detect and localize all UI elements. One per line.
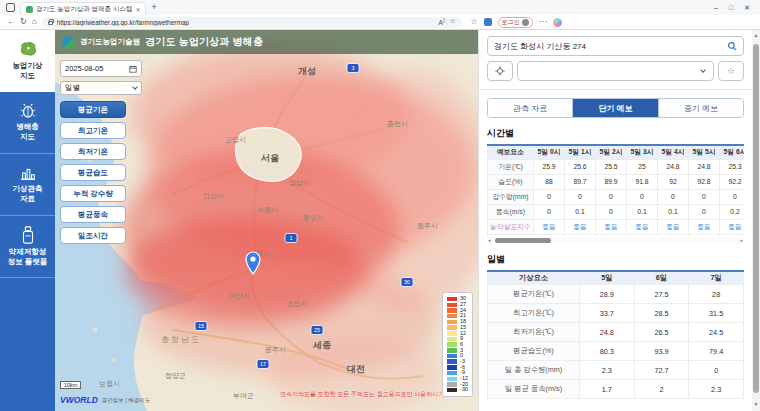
locate-button[interactable] — [487, 61, 513, 81]
scroll-down-icon[interactable]: ▼ — [752, 401, 760, 407]
tab-actions-icon[interactable] — [6, 3, 15, 12]
tab-close-icon[interactable]: ✕ — [135, 6, 140, 13]
highway-shield-icon: 3 — [347, 64, 359, 73]
table-row: 평균기온(℃)28.927.528 — [488, 285, 744, 304]
map-area[interactable]: 개성고양시서울성남시안산시수원시용인시춘천시원주시평택시아산시천안시충청남도공주… — [55, 30, 478, 411]
table-header-row: 기상요소5일6일7일 — [488, 271, 744, 285]
date-picker[interactable]: 2025-08-05 — [60, 60, 142, 77]
forecast-panel: ☆ 관측 자료단기 예보중기 예보 시간별 예보요소5일 0시5일 1시5일 2… — [478, 30, 752, 411]
search-input[interactable] — [494, 42, 727, 51]
back-icon[interactable]: ← — [7, 18, 15, 26]
more-menu-icon[interactable]: ⋯ — [539, 18, 547, 26]
home-icon[interactable]: ⌂ — [32, 18, 37, 26]
sidebar-item-label: 병해충 지도 — [16, 122, 39, 142]
spray-index-link[interactable]: 좋음 — [720, 219, 745, 234]
layer-button[interactable]: 최고기온 — [60, 122, 126, 139]
browser-address-bar: ← ↻ ⌂ https://agriweather.gg.go.kr/farmn… — [0, 15, 760, 30]
scroll-left-icon[interactable]: ◂ — [488, 237, 491, 244]
sidebar-item-label: 약제저항성 정보 플랫폼 — [8, 247, 48, 267]
bookmark-star-icon[interactable]: ☆ — [450, 17, 456, 26]
split-screen-icon[interactable] — [484, 18, 492, 26]
map-city-label: 대전 — [347, 364, 365, 374]
star-icon: ☆ — [727, 67, 735, 76]
map-city-label: 서울 — [260, 153, 279, 163]
map-scale: 10km — [60, 381, 81, 389]
refresh-icon[interactable]: ↻ — [20, 18, 27, 26]
spray-index-link[interactable]: 좋음 — [689, 219, 720, 234]
bottle-icon — [20, 226, 36, 244]
svg-text:25: 25 — [314, 327, 320, 333]
daily-section-title: 일별 — [487, 253, 744, 266]
map-city-label: 수원시 — [257, 206, 278, 213]
sidebar-item-label: 농업기상 지도 — [13, 61, 43, 81]
favorites-icon[interactable]: ☆ — [471, 18, 478, 26]
map-city-label: 청양군 — [165, 372, 186, 380]
window-minimize-button[interactable]: – — [714, 4, 718, 12]
layer-button[interactable]: 일조시간 — [60, 227, 126, 244]
sidebar-item[interactable]: 약제저항성 정보 플랫폼 — [0, 216, 55, 278]
browser-chrome: 경기도 농업기상과 병해충 시스템 ✕ + – □ ✕ ← ↻ ⌂ https:… — [0, 0, 760, 30]
org-logo-icon — [62, 36, 75, 49]
svg-text:3: 3 — [351, 65, 354, 71]
spray-index-link[interactable]: 좋음 — [658, 219, 689, 234]
sidebar-item[interactable]: 병해충 지도 — [0, 92, 55, 154]
layer-button[interactable]: 평균풍속 — [60, 206, 126, 223]
spray-index-link[interactable]: 좋음 — [596, 219, 627, 234]
window-maximize-button[interactable]: □ — [729, 4, 733, 12]
vertical-scrollbar[interactable]: ▲ ▼ — [752, 30, 760, 411]
table-row: 평균습도(%)80.393.979.4 — [488, 342, 744, 361]
url-text: https://agriweather.gg.go.kr/farmngwethe… — [57, 19, 190, 26]
spray-index-link[interactable]: 좋음 — [565, 219, 596, 234]
spray-index-link[interactable]: 좋음 — [534, 219, 565, 234]
map-city-label: 고양시 — [225, 136, 246, 143]
layer-button[interactable]: 평균습도 — [60, 164, 126, 181]
read-aloud-icon[interactable]: A) — [439, 17, 445, 26]
url-field[interactable]: https://agriweather.gg.go.kr/farmngwethe… — [42, 17, 462, 28]
map-city-label: 아산시 — [229, 292, 250, 299]
period-select[interactable]: 일별 — [60, 81, 142, 95]
table-row: 일 총 강수량(mm)2.372.70 — [488, 361, 744, 380]
new-tab-button[interactable]: + — [151, 3, 156, 12]
daily-forecast-table: 기상요소5일6일7일평균기온(℃)28.927.528최고기온(℃)33.728… — [487, 270, 744, 400]
map-header: 경기도농업기술원 경기도 농업기상과 병해충 — [55, 30, 478, 54]
scroll-up-icon[interactable]: ▲ — [752, 32, 760, 38]
map-city-label: 부여군 — [233, 392, 254, 399]
highway-shield-icon: 17 — [257, 360, 269, 369]
table-row: 농약살포지수좋음좋음좋음좋음좋음좋음좋음좋음 — [488, 219, 745, 234]
sidebar-item[interactable]: 기상관측 자료 — [0, 154, 55, 216]
pest-map-icon — [19, 103, 37, 119]
forecast-tab[interactable]: 관측 자료 — [488, 99, 572, 117]
favorite-button[interactable]: ☆ — [718, 61, 744, 81]
forecast-tab[interactable]: 중기 예보 — [658, 99, 743, 117]
browser-tab[interactable]: 경기도 농업기상과 병해충 시스템 ✕ — [20, 2, 146, 15]
login-button[interactable]: 로그인 — [498, 17, 533, 28]
layer-button[interactable]: 최저기온 — [60, 143, 126, 160]
table-row: 일 평균 풍속(m/s)1.722.3 — [488, 380, 744, 399]
table-row: 강수량(mm)00000000 — [488, 189, 745, 204]
copilot-icon[interactable] — [553, 18, 562, 27]
layer-button[interactable]: 평균기온 — [60, 101, 126, 118]
sidebar: 농업기상 지도병해충 지도기상관측 자료약제저항성 정보 플랫폼 — [0, 30, 55, 411]
sidebar-item-label: 기상관측 자료 — [13, 184, 43, 204]
address-search[interactable] — [487, 36, 744, 56]
window-close-button[interactable]: ✕ — [744, 4, 750, 12]
lock-icon — [48, 21, 53, 25]
favorites-select[interactable] — [517, 61, 714, 81]
chevron-down-icon — [132, 84, 138, 90]
scrollbar-thumb[interactable] — [753, 44, 759, 393]
scrollbar-thumb[interactable] — [495, 238, 551, 243]
chart-icon — [19, 165, 37, 181]
page-title: 경기도 농업기상과 병해충 — [145, 35, 263, 49]
forecast-tab[interactable]: 단기 예보 — [572, 99, 657, 117]
table-row: 최고기온(℃)33.728.531.5 — [488, 304, 744, 323]
spray-index-link[interactable]: 좋음 — [627, 219, 658, 234]
horizontal-scrollbar[interactable]: ◂ ▸ — [487, 237, 744, 244]
layer-button[interactable]: 누적 강수량 — [60, 185, 126, 202]
scroll-right-icon[interactable]: ▸ — [740, 237, 743, 244]
crosshair-icon — [495, 66, 505, 76]
org-name: 경기도농업기술원 — [80, 37, 140, 47]
sidebar-item[interactable]: 농업기상 지도 — [0, 30, 55, 92]
temperature-legend: 302724211815129630-3-6-9-12-20-30 — [442, 292, 473, 397]
map-city-label: 세종 — [312, 340, 331, 350]
search-icon[interactable] — [727, 41, 737, 51]
